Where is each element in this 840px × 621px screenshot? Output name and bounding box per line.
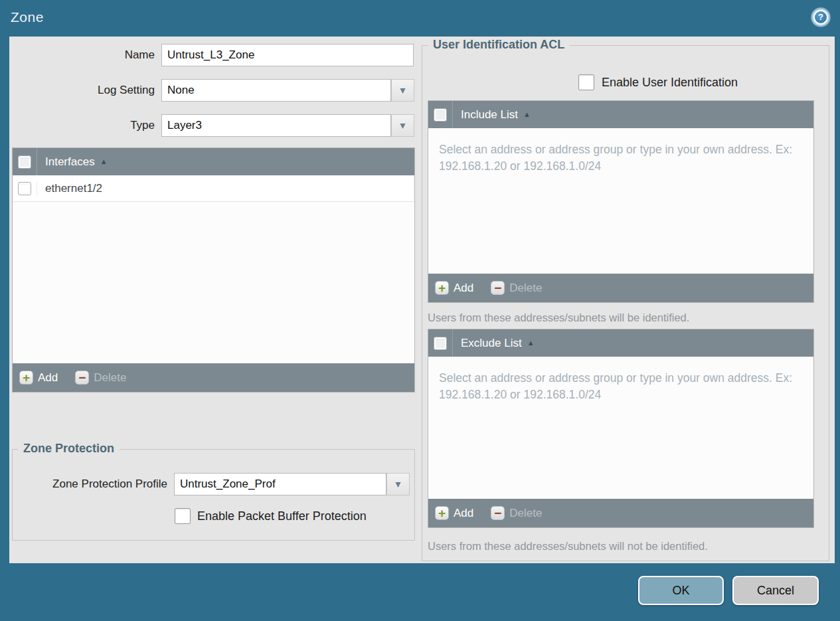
exclude-list-placeholder: Select an address or address group or ty… [439, 370, 811, 403]
enable-user-identification-label: Enable User Identification [602, 74, 738, 90]
delete-icon: − [75, 371, 89, 385]
interfaces-table-footer: + Add − Delete [13, 363, 414, 392]
exclude-list-header: Exclude List ▲ [428, 329, 813, 357]
table-row[interactable]: ethernet1/2 [13, 175, 414, 202]
exclude-select-all-checkbox[interactable] [434, 337, 447, 350]
cancel-button[interactable]: Cancel [732, 576, 819, 605]
user-identification-acl-section: User Identification ACL Enable User Iden… [422, 45, 829, 561]
add-button[interactable]: + Add [19, 371, 58, 385]
exclude-list-body[interactable]: Select an address or address group or ty… [428, 357, 813, 499]
exclude-list-table: Exclude List ▲ Select an address or addr… [428, 329, 814, 528]
include-list-header-label[interactable]: Include List [453, 101, 518, 128]
sort-asc-icon[interactable]: ▲ [100, 148, 108, 175]
help-icon: ? [813, 10, 828, 25]
exclude-list-footer: + Add − Delete [428, 499, 813, 527]
log-setting-dropdown-button[interactable]: ▼ [391, 79, 414, 102]
include-list-placeholder: Select an address or address group or ty… [439, 141, 811, 175]
interfaces-table-header: Interfaces ▲ [13, 148, 414, 175]
add-icon: + [435, 506, 449, 520]
user-identification-acl-legend: User Identification ACL [428, 38, 570, 52]
include-list-table: Include List ▲ Select an address or addr… [428, 100, 814, 303]
dialog-title: Zone [11, 9, 44, 25]
interfaces-header-label[interactable]: Interfaces [37, 148, 95, 175]
type-dropdown-button[interactable]: ▼ [391, 114, 414, 137]
exclude-list-caption: Users from these addresses/subnets will … [428, 540, 708, 553]
zone-protection-section: Zone Protection Zone Protection Profile … [12, 449, 415, 541]
interfaces-table: Interfaces ▲ ethernet1/2 + Add − D [12, 147, 415, 393]
add-icon: + [19, 371, 33, 385]
chevron-down-icon: ▼ [398, 120, 408, 131]
interfaces-select-all-checkbox[interactable] [18, 155, 31, 169]
type-label: Type [15, 114, 155, 137]
delete-button[interactable]: − Delete [491, 506, 542, 520]
include-list-header: Include List ▲ [428, 101, 813, 128]
include-list-footer: + Add − Delete [428, 274, 813, 302]
zone-protection-legend: Zone Protection [18, 442, 120, 456]
zone-protection-profile-dropdown-button[interactable]: ▼ [386, 473, 410, 495]
add-button[interactable]: + Add [435, 281, 473, 295]
zone-dialog: Zone ? Name Log Setting ▼ Type ▼ Interfa… [0, 0, 840, 621]
chevron-down-icon: ▼ [398, 85, 408, 96]
chevron-down-icon: ▼ [394, 479, 403, 489]
delete-button[interactable]: − Delete [75, 371, 126, 385]
include-list-body[interactable]: Select an address or address group or ty… [428, 128, 813, 274]
type-input[interactable] [161, 114, 391, 137]
name-input[interactable] [161, 44, 414, 66]
add-button[interactable]: + Add [435, 506, 473, 520]
enable-packet-buffer-protection-checkbox[interactable] [175, 508, 191, 524]
zone-protection-profile-label: Zone Protection Profile [18, 473, 167, 495]
include-select-all-checkbox[interactable] [434, 108, 447, 122]
help-button[interactable]: ? [811, 7, 831, 27]
interfaces-list-body: ethernet1/2 [13, 175, 414, 363]
row-checkbox[interactable] [18, 182, 31, 195]
delete-icon: − [491, 281, 505, 295]
enable-packet-buffer-protection-label: Enable Packet Buffer Protection [197, 508, 367, 524]
ok-button[interactable]: OK [638, 576, 724, 605]
name-label: Name [15, 44, 155, 66]
include-list-caption: Users from these addresses/subnets will … [428, 311, 689, 324]
delete-icon: − [491, 506, 505, 520]
add-icon: + [435, 281, 449, 295]
sort-asc-icon[interactable]: ▲ [523, 101, 531, 128]
dialog-body: Name Log Setting ▼ Type ▼ Interfaces ▲ [9, 37, 835, 563]
exclude-list-header-label[interactable]: Exclude List [453, 329, 522, 357]
interface-name: ethernet1/2 [37, 182, 102, 195]
log-setting-input[interactable] [161, 79, 391, 102]
sort-asc-icon[interactable]: ▲ [527, 329, 535, 357]
delete-button[interactable]: − Delete [491, 281, 542, 295]
log-setting-label: Log Setting [15, 79, 155, 102]
zone-protection-profile-input[interactable] [174, 473, 386, 495]
enable-user-identification-checkbox[interactable] [578, 74, 594, 90]
